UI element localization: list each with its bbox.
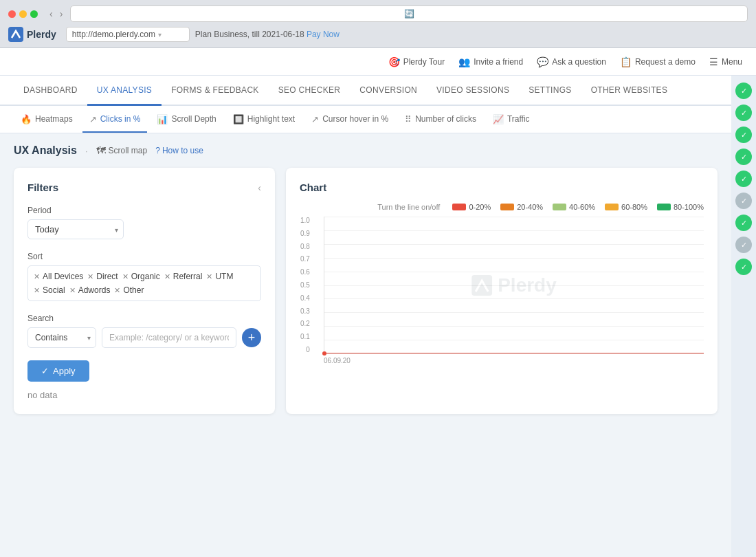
tab-seo-checker[interactable]: SEO Checker <box>269 76 351 106</box>
maximize-dot[interactable] <box>30 10 38 18</box>
check-item-5[interactable]: ✓ <box>735 171 752 187</box>
check-item-4[interactable]: ✓ <box>735 149 752 165</box>
svg-rect-1 <box>471 275 492 296</box>
browser-nav: ‹ › <box>47 8 65 19</box>
legend-color-20-40 <box>500 204 514 210</box>
subtab-cursor-hover[interactable]: ↗ Cursor hover in % <box>304 107 395 133</box>
gridline-06 <box>324 272 704 272</box>
add-search-button[interactable]: + <box>242 328 261 347</box>
browser-toolbar: Plerdy http://demo.plerdy.com ▾ Plan Bus… <box>0 25 756 45</box>
search-input[interactable] <box>102 327 236 348</box>
sort-tag-referral[interactable]: ✕ Referral <box>164 272 203 281</box>
tab-ux-analysis[interactable]: UX Analysis <box>87 76 162 106</box>
subtab-heatmaps[interactable]: 🔥 Heatmaps <box>14 107 80 133</box>
logo-text: Plerdy <box>27 29 56 40</box>
heatmaps-icon: 🔥 <box>21 114 32 124</box>
address-bar[interactable]: 🔄 <box>70 6 748 22</box>
request-demo-link[interactable]: 📋 Request a demo <box>620 56 696 67</box>
legend-item-40-60[interactable]: 40-60% <box>553 203 595 211</box>
url-dropdown-icon: ▾ <box>158 31 162 39</box>
sort-group: Sort ✕ All Devices ✕ Direct ✕ <box>27 252 261 301</box>
minimize-dot[interactable] <box>19 10 27 18</box>
ask-question-link[interactable]: 💬 Ask a question <box>537 56 606 67</box>
zero-line <box>324 353 704 353</box>
sort-tag-organic[interactable]: ✕ Organic <box>122 272 160 281</box>
y-label-08: 0.8 <box>300 243 310 250</box>
close-dot[interactable] <box>8 10 16 18</box>
check-item-3[interactable]: ✓ <box>735 127 752 143</box>
check-item-6[interactable]: ✓ <box>735 193 752 209</box>
chart-legend: Turn the line on/off 0-20% 20-40% 40-60% <box>300 203 704 211</box>
remove-all-devices-icon[interactable]: ✕ <box>34 272 40 281</box>
chart-container: 1.0 0.9 0.8 0.7 0.6 0.5 0.4 0.3 0.2 0.1 <box>300 217 704 364</box>
apply-button[interactable]: ✓ Apply <box>27 360 89 382</box>
remove-direct-icon[interactable]: ✕ <box>87 272 93 281</box>
url-bar[interactable]: http://demo.plerdy.com ▾ <box>66 27 190 42</box>
tab-conversion[interactable]: Conversion <box>350 76 427 106</box>
check-item-1[interactable]: ✓ <box>735 83 752 99</box>
sort-tag-adwords[interactable]: ✕ Adwords <box>69 285 111 295</box>
scroll-map-link[interactable]: 🗺 Scroll map <box>96 145 148 156</box>
subtab-traffic[interactable]: 📈 Traffic <box>486 107 537 133</box>
search-row: Contains Equals Starts with ▾ + <box>27 327 261 348</box>
remove-other-icon[interactable]: ✕ <box>114 286 120 295</box>
sort-tags-container: ✕ All Devices ✕ Direct ✕ Organic <box>27 265 261 301</box>
how-to-use-link[interactable]: ? How to use <box>155 146 203 155</box>
plerdy-logo: Plerdy <box>8 27 56 42</box>
tab-other-websites[interactable]: Other Websites <box>581 76 678 106</box>
sort-tag-utm[interactable]: ✕ UTM <box>206 272 233 281</box>
legend-item-20-40[interactable]: 20-40% <box>500 203 543 211</box>
sort-tag-direct[interactable]: ✕ Direct <box>87 272 118 281</box>
subtab-number-clicks[interactable]: ⠿ Number of clicks <box>398 107 483 133</box>
page-title: UX Analysis <box>14 144 77 157</box>
tab-forms-feedback[interactable]: Forms & Feedback <box>162 76 268 106</box>
tab-settings[interactable]: Settings <box>519 76 581 106</box>
check-item-2[interactable]: ✓ <box>735 105 752 121</box>
check-item-9[interactable]: ✓ <box>735 259 752 275</box>
gridline-09 <box>324 230 704 231</box>
check-item-7[interactable]: ✓ <box>735 215 752 231</box>
legend-item-60-80[interactable]: 60-80% <box>605 203 647 211</box>
highlight-icon: 🔲 <box>233 114 244 124</box>
tab-video-sessions[interactable]: Video Sessions <box>427 76 519 106</box>
invite-friend-link[interactable]: 👥 Invite a friend <box>458 56 523 67</box>
subtab-scroll-depth[interactable]: 📊 Scroll Depth <box>150 107 223 133</box>
y-label-09: 0.9 <box>300 230 310 237</box>
back-button[interactable]: ‹ <box>47 8 55 19</box>
dot-separator: · <box>85 146 88 156</box>
plerdy-tour-link[interactable]: 🎯 Plerdy Tour <box>388 56 445 67</box>
page-title-bar: UX Analysis · 🗺 Scroll map ? How to use <box>14 144 718 157</box>
tab-dashboard[interactable]: Dashboard <box>14 76 87 106</box>
y-label-01: 0.1 <box>300 333 310 340</box>
subtab-clicks-in-percent[interactable]: ↗ Clicks in % <box>82 107 148 133</box>
subtab-highlight-text[interactable]: 🔲 Highlight text <box>226 107 302 133</box>
x-axis: 06.09.20 <box>324 354 704 364</box>
pay-now-link[interactable]: Pay Now <box>307 30 340 39</box>
gridline-02 <box>324 326 704 327</box>
legend-item-80-100[interactable]: 80-100% <box>657 203 704 211</box>
legend-item-0-20[interactable]: 0-20% <box>452 203 491 211</box>
remove-referral-icon[interactable]: ✕ <box>164 272 170 281</box>
remove-organic-icon[interactable]: ✕ <box>122 272 129 281</box>
period-select[interactable]: Today Yesterday Last 7 days Last 30 days <box>27 219 124 239</box>
search-operator-select[interactable]: Contains Equals Starts with <box>27 327 96 348</box>
two-column-layout: Filters ‹ Period Today Yesterday Last 7 … <box>14 168 718 414</box>
menu-link[interactable]: ☰ Menu <box>709 56 742 67</box>
sort-tag-all-devices[interactable]: ✕ All Devices <box>34 272 83 281</box>
remove-utm-icon[interactable]: ✕ <box>206 272 212 281</box>
forward-button[interactable]: › <box>58 8 65 19</box>
legend-color-40-60 <box>553 204 566 210</box>
chart-panel: Chart Turn the line on/off 0-20% 20-40% <box>286 168 718 414</box>
y-label-06: 0.6 <box>300 268 310 276</box>
sort-tag-other[interactable]: ✕ Other <box>114 285 144 295</box>
filters-title: Filters <box>27 182 58 193</box>
sort-tag-social[interactable]: ✕ Social <box>34 285 65 295</box>
plan-text: Plan Business, till 2021-06-18 Pay Now <box>195 30 340 39</box>
scroll-map-icon: 🗺 <box>96 145 106 156</box>
remove-social-icon[interactable]: ✕ <box>34 286 40 295</box>
remove-adwords-icon[interactable]: ✕ <box>69 286 76 295</box>
y-label-02: 0.2 <box>300 320 310 327</box>
collapse-filters-button[interactable]: ‹ <box>258 182 261 193</box>
check-item-8[interactable]: ✓ <box>735 237 752 253</box>
y-label-07: 0.7 <box>300 255 310 263</box>
